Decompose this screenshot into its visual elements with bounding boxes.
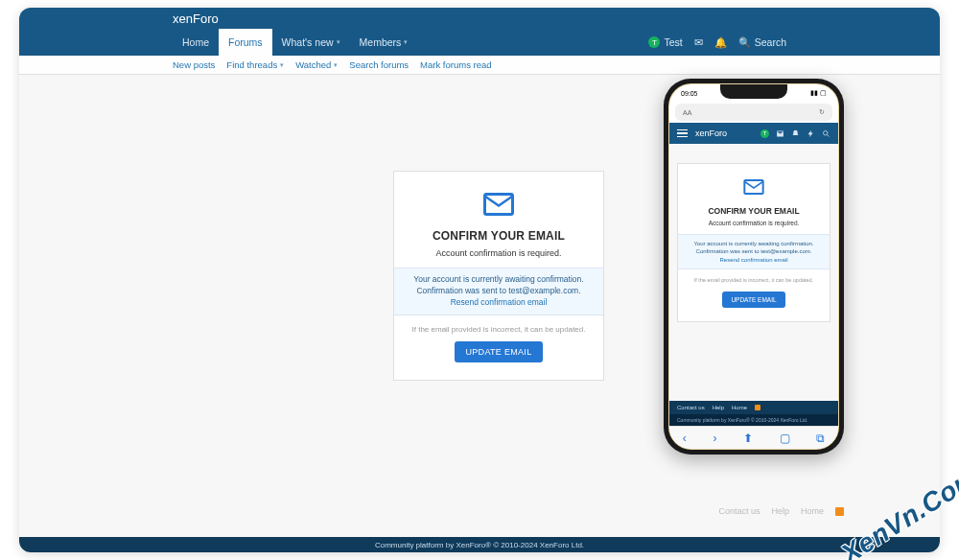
forward-icon[interactable]: ›: [713, 432, 716, 445]
bookmarks-icon[interactable]: ▢: [780, 432, 790, 445]
nav-members[interactable]: Members ▾: [350, 29, 418, 56]
subnav-new-posts[interactable]: New posts: [173, 59, 215, 70]
footer-home-link[interactable]: Home: [801, 506, 824, 516]
alerts-icon[interactable]: 🔔: [714, 36, 727, 49]
phone-envelope-icon: [743, 179, 764, 195]
card-subtitle: Account confirmation is required.: [394, 248, 603, 258]
page-content: CONFIRM YOUR EMAIL Account confirmation …: [19, 75, 940, 537]
phone-url-bar[interactable]: AA ↻: [675, 104, 832, 121]
sub-nav: New posts Find threads ▾ Watched ▾ Searc…: [19, 56, 940, 75]
chevron-down-icon: ▾: [280, 61, 284, 69]
phone-footer: Contact us Help Home: [669, 401, 838, 414]
footer-help-link[interactable]: Help: [771, 506, 789, 516]
tabs-icon[interactable]: ⧉: [816, 432, 825, 445]
phone-brand-logo[interactable]: xenForo: [695, 128, 727, 138]
nav-forums[interactable]: Forums: [219, 29, 272, 56]
envelope-icon: [483, 193, 514, 216]
message-box: Your account is currently awaiting confi…: [394, 268, 603, 315]
main-nav: Home Forums What's new ▾ Members ▾ T Tes…: [19, 29, 940, 56]
copyright-bar: Community platform by XenForo® © 2010-20…: [19, 537, 940, 552]
phone-message-box: Your account is currently awaiting confi…: [678, 234, 830, 269]
back-icon[interactable]: ‹: [683, 432, 687, 445]
user-menu[interactable]: T Test: [648, 36, 682, 48]
inbox-icon[interactable]: ✉: [694, 36, 703, 48]
phone-help-link[interactable]: Help: [713, 405, 724, 410]
subnav-find-threads[interactable]: Find threads ▾: [226, 59, 284, 70]
confirm-email-card: CONFIRM YOUR EMAIL Account confirmation …: [393, 171, 604, 381]
phone-resend-link[interactable]: Resend confirmation email: [686, 256, 822, 264]
share-icon[interactable]: ⬆: [743, 432, 753, 445]
svg-point-0: [824, 130, 829, 135]
chevron-down-icon: ▾: [334, 61, 338, 69]
phone-hint-text: If the email provided is incorrect, it c…: [686, 277, 822, 283]
refresh-icon[interactable]: ↻: [819, 108, 825, 116]
phone-mockup: 09:05 ▮▮ ▢ AA ↻ xenForo T: [664, 79, 844, 455]
phone-copyright: Community platform by XenForo® © 2010-20…: [669, 414, 838, 426]
update-email-button[interactable]: UPDATE EMAIL: [455, 341, 544, 362]
avatar-icon: T: [648, 36, 660, 48]
footer-contact-link[interactable]: Contact us: [718, 506, 760, 516]
brand-logo[interactable]: xenForo: [173, 12, 219, 26]
footer-links: Contact us Help Home: [718, 506, 844, 516]
hint-text: If the email provided is incorrect, it c…: [404, 325, 594, 334]
phone-home-link[interactable]: Home: [732, 405, 747, 410]
phone-card-title: CONFIRM YOUR EMAIL: [678, 206, 830, 216]
search-trigger[interactable]: 🔍 Search: [738, 36, 786, 49]
nav-home[interactable]: Home: [173, 29, 219, 56]
search-icon: 🔍: [738, 36, 751, 49]
battery-icon: ▮▮ ▢: [810, 89, 827, 97]
subnav-search-forums[interactable]: Search forums: [349, 59, 409, 70]
phone-confirm-card: CONFIRM YOUR EMAIL Account confirmation …: [677, 163, 830, 322]
phone-avatar-icon[interactable]: T: [760, 129, 769, 138]
phone-rss-icon[interactable]: [755, 405, 760, 410]
phone-search-icon[interactable]: [822, 129, 830, 138]
card-title: CONFIRM YOUR EMAIL: [394, 229, 603, 243]
phone-contact-link[interactable]: Contact us: [677, 405, 705, 410]
hamburger-icon[interactable]: [677, 129, 688, 138]
subnav-mark-read[interactable]: Mark forums read: [420, 59, 491, 70]
phone-header: xenForo T: [669, 123, 838, 144]
phone-notch: [720, 84, 787, 99]
chevron-down-icon: ▾: [337, 38, 340, 46]
phone-inbox-icon[interactable]: [776, 129, 784, 138]
subnav-watched[interactable]: Watched ▾: [295, 59, 338, 70]
phone-update-email-button[interactable]: UPDATE EMAIL: [722, 292, 784, 308]
resend-link[interactable]: Resend confirmation email: [404, 297, 594, 309]
chevron-down-icon: ▾: [404, 38, 408, 46]
phone-bolt-icon[interactable]: [807, 129, 815, 138]
nav-whats-new[interactable]: What's new ▾: [272, 29, 350, 56]
header-bar: xenForo: [19, 8, 940, 29]
phone-alerts-icon[interactable]: [791, 129, 800, 138]
rss-icon[interactable]: [835, 507, 844, 516]
phone-safari-toolbar: ‹ › ⬆ ▢ ⧉: [669, 426, 838, 449]
phone-card-subtitle: Account confirmation is required.: [678, 220, 830, 226]
